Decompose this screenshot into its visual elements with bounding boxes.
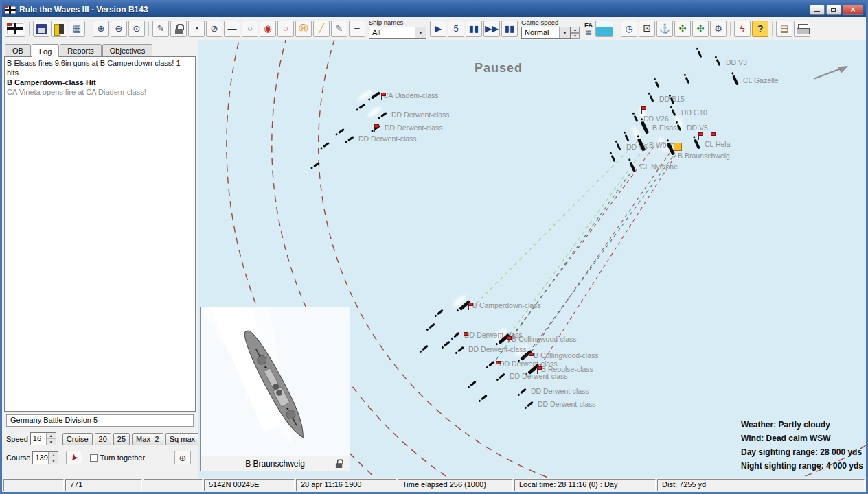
step-button[interactable]: ▶ [430,21,446,37]
ship-marker[interactable] [520,388,527,395]
ship-marker[interactable] [422,345,429,351]
speed-down-button[interactable]: ▼ [47,439,56,445]
zoom-out-button[interactable]: ⊖ [111,21,127,37]
red-ring-button[interactable]: ○ [277,21,294,37]
ship-marker[interactable] [617,143,621,150]
ship-marker[interactable] [527,401,534,408]
green-range-button[interactable]: ○ [242,21,258,37]
ship-marker[interactable] [470,381,477,387]
ship-marker[interactable] [347,136,354,141]
ship-marker[interactable] [611,155,616,162]
course-stepper[interactable]: 139 ▲▼ [32,451,58,464]
speed-preset-max-2[interactable]: Max -2 [132,433,163,445]
ship-names-select[interactable]: All ▼ [369,27,426,39]
speed-stepper[interactable]: 16 ▲▼ [30,432,56,445]
help-button[interactable]: ? [752,21,768,37]
ship-marker[interactable] [655,81,660,88]
tab-reports[interactable]: Reports [60,44,102,56]
speed5-button[interactable]: 5 [448,21,464,37]
formation-settings-button[interactable]: ⚙ [710,21,727,37]
bearing-button[interactable]: ⊘ [206,21,222,37]
fast-forward-button[interactable]: ▶▶ [483,21,500,37]
speed-spin-down[interactable]: ▼ [571,33,580,39]
anchor-button[interactable]: ⚓ [656,21,673,37]
ship-marker[interactable] [641,121,650,134]
sea-view-button[interactable] [595,21,613,37]
fa-grid-icon[interactable]: ▦ [585,29,591,36]
dice-button[interactable]: ⚄ [639,21,655,37]
ship-marker[interactable] [457,346,464,353]
ship-marker[interactable] [338,128,345,134]
course-down-button[interactable]: ▼ [49,458,58,464]
ship-marker[interactable] [732,75,739,85]
compass-button[interactable]: ◔ [188,21,205,37]
hits-marker-button[interactable]: Ⓗ [295,21,312,37]
game-speed-select[interactable]: Normal ▼ [521,27,571,39]
ship-marker[interactable] [313,162,320,167]
zoom-in-button[interactable]: ⊕ [93,21,109,37]
tab-ob[interactable]: OB [5,44,31,56]
ship-marker[interactable] [625,134,630,141]
ship-marker[interactable] [444,341,450,347]
speed-preset-cruise[interactable]: Cruise [62,433,93,445]
weather-info: Weather: Partly cloudyWind: Dead calm WS… [741,418,863,473]
ship-marker[interactable] [499,373,505,379]
ship-marker[interactable] [380,112,387,117]
ship-marker[interactable] [323,142,330,148]
formation-center-button[interactable]: ⊕ [174,451,191,464]
turn-together-checkbox[interactable] [90,454,98,462]
close-button[interactable]: × [843,5,863,15]
pause-button[interactable]: ▮▮ [466,21,482,37]
selected-unit-box[interactable] [674,143,682,151]
speed-preset-25[interactable]: 25 [113,433,130,445]
zoom-fit-button[interactable]: ⊙ [128,21,145,37]
ship-marker[interactable] [358,104,365,109]
ship-marker[interactable] [672,109,676,116]
yellow-line-button[interactable]: ╱ [313,21,330,37]
clock-button[interactable]: ◷ [621,21,637,37]
chevron-down-icon[interactable]: ▼ [559,27,570,38]
log-book-button[interactable] [51,21,67,37]
tab-log[interactable]: Log [32,44,59,57]
minimize-button[interactable] [810,5,825,15]
tab-objectives[interactable]: Objectives [102,44,152,56]
ship-marker[interactable] [634,115,639,122]
speed-spin-up[interactable]: ▲ [571,27,580,33]
ship-marker[interactable] [694,139,700,149]
maximize-button[interactable] [826,5,841,15]
course-pointer-button[interactable]: ➤ [66,451,82,464]
speed-preset-20[interactable]: 20 [95,433,111,445]
speed-up-button[interactable]: ▲ [47,433,56,439]
ship-marker[interactable] [685,77,690,84]
ship-marker[interactable] [453,332,460,338]
course-up-button[interactable]: ▲ [49,452,58,458]
ship-marker[interactable] [481,395,488,401]
lock-view-button[interactable] [170,21,187,37]
dotted-line-button[interactable]: ┄ [349,21,365,37]
ship-marker[interactable] [437,309,444,316]
formation-button[interactable]: ✣ [674,21,691,37]
save-button[interactable] [33,21,49,37]
ship-marker[interactable] [629,161,636,172]
formation-plus-button[interactable]: ✣ [692,21,709,37]
ship-marker[interactable] [698,51,703,58]
chevron-down-icon[interactable]: ▼ [415,27,426,38]
fleet-grid-button[interactable]: ▦ [69,21,85,37]
speed-preset-sq-max[interactable]: Sq max [165,433,199,445]
red-range-button[interactable]: ◉ [260,21,276,37]
german-flag-button[interactable] [5,21,25,37]
range-dash-button[interactable]: — [224,21,240,37]
ship-marker[interactable] [716,59,721,66]
measure-button[interactable]: ✎ [152,21,169,37]
ship-marker[interactable] [429,323,435,329]
ship-marker[interactable] [488,361,495,367]
gunnery-flash-button[interactable]: ϟ [734,21,751,37]
help-icon: ? [757,23,764,34]
report-scroll-button[interactable]: ▤ [776,21,792,37]
print-button[interactable] [794,21,810,37]
lock-icon[interactable] [333,458,346,470]
tactical-map[interactable]: Paused Weather: Partly cloudyWind: Dead … [198,40,866,478]
pencil-button[interactable]: ✎ [331,21,347,37]
pause2-button[interactable]: ▮▮ [501,21,518,37]
ship-marker[interactable] [650,95,654,102]
